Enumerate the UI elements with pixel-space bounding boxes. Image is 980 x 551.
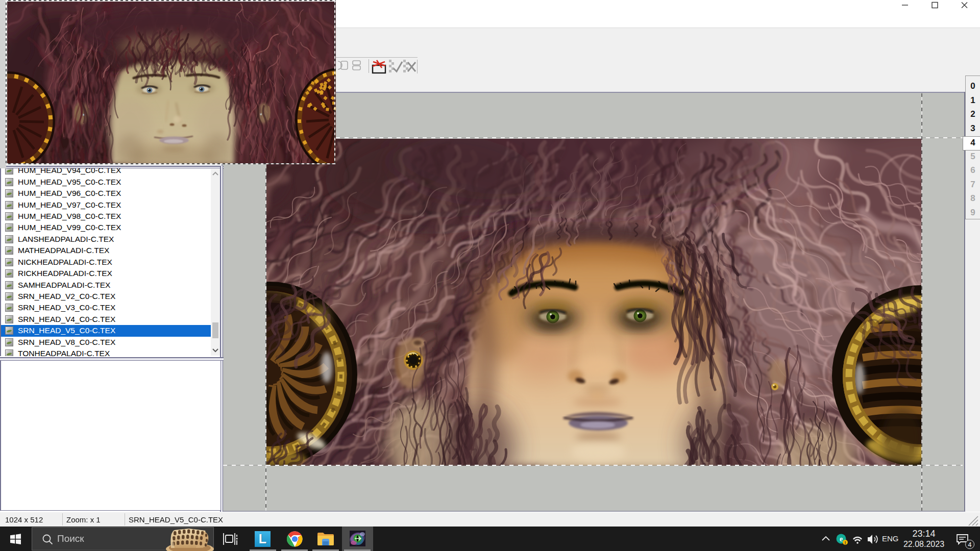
svg-text:4: 4 [968,541,972,548]
svg-text:e: e [840,535,843,543]
svg-text:!: ! [845,540,846,545]
